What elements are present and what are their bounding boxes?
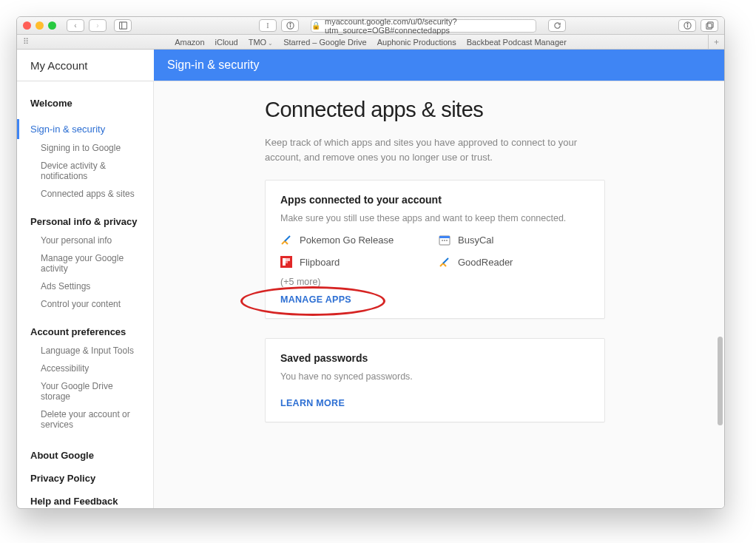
sidebar-ads-settings[interactable]: Ads Settings xyxy=(17,277,153,295)
more-apps-text: (+5 more) xyxy=(280,277,590,287)
app-name: Flipboard xyxy=(300,257,340,268)
section-title: Sign-in & security xyxy=(154,50,724,81)
bookmarks-bar: ⠿ Amazon iCloud TMO⌄ Starred – Google Dr… xyxy=(17,35,724,50)
sidebar-about-google[interactable]: About Google xyxy=(17,444,153,467)
card-title: Apps connected to your account xyxy=(280,194,590,206)
svg-rect-14 xyxy=(446,240,448,241)
sidebar-connected-apps[interactable]: Connected apps & sites xyxy=(17,185,153,203)
manage-apps-link[interactable]: MANAGE APPS xyxy=(280,294,590,305)
sidebar-privacy-policy[interactable]: Privacy Policy xyxy=(17,467,153,490)
tabs-button[interactable] xyxy=(701,19,718,32)
bookmark-item[interactable]: Amazon xyxy=(175,38,204,47)
site-info-button[interactable] xyxy=(281,19,299,32)
sidebar-welcome[interactable]: Welcome xyxy=(17,90,153,113)
flipboard-icon xyxy=(280,256,292,268)
connected-apps-card: Apps connected to your account Make sure… xyxy=(265,180,605,319)
svg-rect-12 xyxy=(442,240,443,241)
minimize-window[interactable] xyxy=(36,21,44,30)
bookmark-item[interactable]: Starred – Google Drive xyxy=(283,38,367,47)
traffic-lights xyxy=(23,21,56,30)
svg-rect-9 xyxy=(707,22,712,27)
svg-rect-17 xyxy=(286,258,290,261)
card-title: Saved passwords xyxy=(280,352,590,364)
sidebar-drive-storage[interactable]: Your Google Drive storage xyxy=(17,377,153,405)
app-name: Pokemon Go Release xyxy=(300,235,394,246)
bookmark-folder[interactable]: TMO⌄ xyxy=(249,38,273,47)
sidebar-prefs-heading[interactable]: Account preferences xyxy=(17,313,153,342)
zoom-window[interactable] xyxy=(48,21,56,30)
apps-grid-icon[interactable]: ⠿ xyxy=(23,37,30,47)
sidebar-accessibility[interactable]: Accessibility xyxy=(17,360,153,377)
calendar-icon xyxy=(439,234,450,246)
bookmark-item[interactable]: Auphonic Productions xyxy=(377,38,456,47)
share-button[interactable] xyxy=(678,19,696,32)
sidebar-personal-heading[interactable]: Personal info & privacy xyxy=(17,203,153,232)
svg-rect-18 xyxy=(286,261,288,263)
app-title: My Account xyxy=(17,50,154,81)
sidebar-personal-info[interactable]: Your personal info xyxy=(17,232,153,249)
sidebar-language[interactable]: Language & Input Tools xyxy=(17,342,153,360)
sidebar-toggle[interactable] xyxy=(114,19,132,32)
card-subtitle: You have no synced passwords. xyxy=(280,371,590,382)
app-item[interactable]: GoodReader xyxy=(439,256,590,268)
sidebar-control-content[interactable]: Control your content xyxy=(17,295,153,313)
app-item[interactable]: Flipboard xyxy=(280,256,431,268)
svg-point-4 xyxy=(289,23,290,24)
svg-rect-11 xyxy=(439,236,450,238)
browser-window: ‹ › I 🔒 myaccount.google.com/u/0/securit… xyxy=(16,16,725,509)
sidebar-help-feedback[interactable]: Help and Feedback xyxy=(17,490,153,509)
back-button[interactable]: ‹ xyxy=(67,19,84,32)
saved-passwords-card: Saved passwords You have no synced passw… xyxy=(265,338,605,422)
sidebar-signing-in[interactable]: Signing in to Google xyxy=(17,139,153,157)
reload-button[interactable] xyxy=(548,19,566,32)
sidebar-google-activity[interactable]: Manage your Google activity xyxy=(17,249,153,277)
content-area: Connected apps & sites Keep track of whi… xyxy=(154,81,724,509)
scrollbar-thumb[interactable] xyxy=(718,337,723,425)
card-subtitle: Make sure you still use these apps and w… xyxy=(280,213,590,223)
sidebar-delete-account[interactable]: Delete your account or services xyxy=(17,405,153,434)
app-item[interactable]: BusyCal xyxy=(439,234,590,246)
app-name: GoodReader xyxy=(458,257,513,268)
sidebar: Welcome Sign-in & security Signing in to… xyxy=(17,81,154,509)
page-title: Connected apps & sites xyxy=(265,98,724,122)
app-item[interactable]: Pokemon Go Release xyxy=(280,234,431,246)
svg-rect-0 xyxy=(119,22,126,29)
svg-point-7 xyxy=(686,23,687,24)
paintbrush-icon xyxy=(439,256,450,268)
forward-button[interactable]: › xyxy=(89,19,107,32)
bookmark-item[interactable]: Backbeat Podcast Manager xyxy=(467,38,567,47)
svg-rect-13 xyxy=(444,240,445,241)
svg-rect-16 xyxy=(283,258,286,266)
close-window[interactable] xyxy=(23,21,31,30)
sidebar-device-activity[interactable]: Device activity & notifications xyxy=(17,157,153,185)
page-header: My Account Sign-in & security xyxy=(17,50,724,81)
new-tab-button[interactable]: ＋ xyxy=(708,35,724,50)
bookmark-item[interactable]: iCloud xyxy=(215,38,238,47)
titlebar: ‹ › I 🔒 myaccount.google.com/u/0/securit… xyxy=(17,17,724,35)
paintbrush-icon xyxy=(280,234,292,246)
svg-rect-8 xyxy=(706,24,711,29)
learn-more-link[interactable]: LEARN MORE xyxy=(280,398,590,408)
url-text: myaccount.google.com/u/0/security?utm_so… xyxy=(325,17,536,35)
sidebar-signin-security[interactable]: Sign-in & security xyxy=(17,119,153,139)
reader-button[interactable]: I xyxy=(259,19,277,32)
app-name: BusyCal xyxy=(458,235,493,246)
address-bar[interactable]: 🔒 myaccount.google.com/u/0/security?utm_… xyxy=(311,19,536,33)
page-description: Keep track of which apps and sites you h… xyxy=(265,135,590,165)
lock-icon: 🔒 xyxy=(311,21,320,30)
